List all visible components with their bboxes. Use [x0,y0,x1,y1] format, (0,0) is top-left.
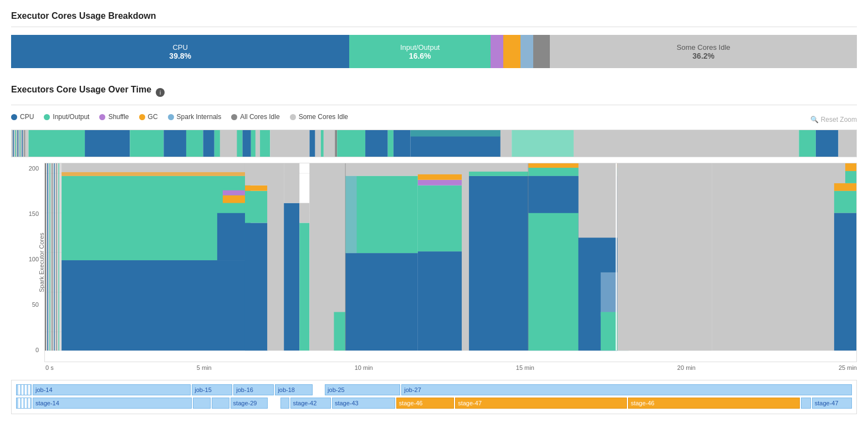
svg-rect-6 [24,130,25,157]
svg-rect-36 [816,130,839,157]
svg-rect-21 [309,130,315,157]
svg-rect-32 [501,130,512,157]
svg-rect-98 [834,213,856,351]
job-indicator [16,384,32,395]
stage-indicator [16,398,32,409]
svg-rect-47 [49,163,50,350]
overview-bar[interactable] [11,130,857,157]
stage-14-block[interactable]: stage-14 [33,398,192,409]
legend-shuffle: Shuffle [99,113,129,121]
main-chart-container: Spark Executor Cores 200 150 100 50 0 [11,163,857,362]
svg-rect-24 [324,130,335,157]
overview-svg [12,130,856,157]
chart-title: Executors Core Usage Over Time [11,85,151,95]
job-18-block[interactable]: job-18 [275,384,312,395]
job-25-block[interactable]: job-25 [325,384,400,395]
svg-rect-83 [469,172,528,176]
legend-dot-some-idle [290,114,296,120]
stage-small-4[interactable] [801,398,811,409]
legend-dot-shuffle [99,114,105,120]
svg-rect-90 [528,176,578,213]
stage-small-2[interactable] [212,398,229,409]
job-14-block[interactable]: job-14 [33,384,191,395]
svg-rect-8 [85,130,130,157]
chart-header: CPU Input/Output Shuffle GC Spark Intern… [11,113,857,126]
chart-plot[interactable] [44,163,857,362]
stage-43-block[interactable]: stage-43 [332,398,395,409]
gap-2 [269,398,279,409]
svg-rect-95 [617,163,712,350]
svg-rect-16 [243,130,251,157]
stage-47-orange-block[interactable]: stage-47 [455,398,627,409]
legend-all-idle: All Cores Idle [231,113,279,121]
svg-rect-25 [335,130,337,157]
svg-rect-63 [245,163,268,185]
svg-rect-56 [217,213,245,261]
svg-rect-103 [845,171,856,183]
legend-io: Input/Output [44,113,89,121]
seg-gc [503,35,520,68]
svg-rect-77 [418,251,462,350]
reset-zoom-button[interactable]: 🔍 Reset Zoom [810,116,857,123]
svg-rect-60 [245,223,268,350]
svg-rect-62 [245,185,268,191]
stages-row: stage-14 stage-29 stage-42 stage-43 stag… [16,397,852,409]
svg-rect-34 [574,130,799,157]
legend-some-idle: Some Cores Idle [290,113,348,121]
x-axis: 0 s 5 min 10 min 15 min 20 min 25 min [11,362,857,371]
chart-svg [45,163,856,362]
svg-rect-59 [223,190,245,195]
seg-spark [520,35,533,68]
svg-rect-64 [267,163,284,350]
svg-rect-100 [834,183,856,191]
stage-46-orange-block[interactable]: stage-46 [396,398,455,409]
stage-small-1[interactable] [193,398,211,409]
legend-dot-spark-internals [168,114,174,120]
svg-rect-65 [284,203,299,351]
stage-small-3[interactable] [280,398,289,409]
stage-29-block[interactable]: stage-29 [231,398,268,409]
svg-rect-17 [251,130,256,157]
svg-rect-19 [260,130,270,157]
svg-rect-18 [256,130,260,157]
y-axis: Spark Executor Cores 200 150 100 50 0 [11,163,44,362]
svg-rect-4 [19,130,21,157]
svg-rect-57 [217,203,245,213]
svg-rect-15 [237,130,242,157]
legend-dot-io [44,114,50,120]
svg-rect-13 [215,130,220,157]
jobs-row: job-14 job-15 job-16 job-18 job-25 job-2… [16,384,852,396]
svg-rect-11 [186,130,203,157]
svg-rect-78 [418,180,462,185]
svg-rect-55 [62,172,251,176]
svg-rect-81 [469,176,528,350]
breakdown-bar: CPU 39.8% Input/Output 16.6% Some Cores … [11,35,857,68]
svg-rect-10 [164,130,186,157]
svg-rect-3 [17,130,18,157]
svg-rect-80 [462,163,469,350]
stage-42-block[interactable]: stage-42 [290,398,331,409]
svg-rect-5 [22,130,23,157]
breakdown-section: Executor Cores Usage Breakdown CPU 39.8%… [11,11,857,68]
legend-dot-cpu [11,114,17,120]
svg-rect-22 [315,130,321,157]
svg-rect-49 [54,163,55,350]
svg-rect-20 [270,130,309,157]
svg-rect-7 [28,130,85,157]
svg-rect-67 [299,223,309,350]
job-27-block[interactable]: job-27 [401,384,852,395]
info-icon[interactable]: i [156,88,165,97]
magnifier-icon: 🔍 [810,116,819,123]
stage-47-blue-block[interactable]: stage-47 [812,398,852,409]
svg-rect-46 [47,163,48,350]
svg-rect-45 [45,163,46,350]
svg-rect-27 [365,130,388,157]
svg-rect-51 [58,163,59,350]
chart-section: Executors Core Usage Over Time i CPU Inp… [11,85,857,414]
svg-rect-79 [418,174,462,180]
job-16-block[interactable]: job-16 [233,384,274,395]
seg-cpu: CPU 39.8% [11,35,349,68]
stage-46-orange-2-block[interactable]: stage-46 [628,398,800,409]
svg-rect-70 [334,312,345,351]
job-15-block[interactable]: job-15 [192,384,232,395]
